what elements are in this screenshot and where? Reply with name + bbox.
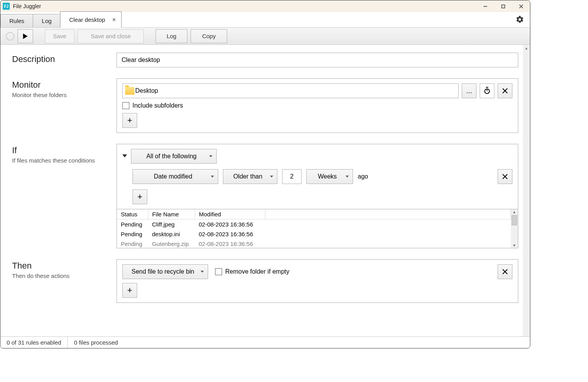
- condition-op-select[interactable]: Older than: [223, 169, 277, 184]
- svg-rect-5: [486, 87, 488, 88]
- tab-log-label: Log: [42, 18, 51, 24]
- collapse-toggle[interactable]: [122, 154, 127, 157]
- monitor-label: Monitor: [12, 80, 117, 90]
- description-row: Description: [12, 53, 518, 67]
- add-condition-button[interactable]: +: [132, 189, 147, 204]
- table-scrollbar[interactable]: ▴ ▾: [511, 209, 518, 248]
- action-select[interactable]: Send file to recycle bin: [122, 264, 208, 279]
- vertical-scrollbar[interactable]: ▴: [523, 45, 530, 336]
- condition-op-label: Older than: [233, 173, 263, 180]
- stopwatch-icon: [483, 87, 491, 95]
- log-button-label: Log: [167, 33, 177, 39]
- col-modified[interactable]: Modified: [195, 209, 265, 219]
- browse-label: ...: [466, 87, 472, 95]
- tab-log[interactable]: Log: [33, 14, 60, 27]
- action-select-label: Send file to recycle bin: [132, 268, 194, 275]
- copy-button[interactable]: Copy: [191, 29, 227, 43]
- close-window-button[interactable]: [512, 0, 530, 12]
- remove-empty-checkbox[interactable]: [215, 268, 222, 275]
- tab-strip: Rules Log Clear desktop ×: [0, 12, 530, 28]
- status-indicator-icon: [6, 32, 14, 41]
- save-button[interactable]: Save: [45, 29, 74, 43]
- remove-monitor-button[interactable]: [498, 83, 512, 98]
- settings-button[interactable]: [512, 12, 528, 27]
- close-icon: [502, 88, 508, 94]
- condition-value-input[interactable]: 2: [282, 169, 302, 184]
- scroll-up-icon: ▴: [513, 209, 516, 214]
- then-sublabel: Then do these actions: [12, 272, 117, 279]
- monitor-sublabel: Monitor these folders: [12, 92, 117, 98]
- if-panel: All of the following Date modified Older…: [117, 144, 518, 209]
- close-icon: [502, 269, 508, 274]
- tab-rules[interactable]: Rules: [0, 14, 33, 27]
- if-label: If: [12, 145, 117, 156]
- folder-icon: [125, 87, 134, 95]
- toolbar: Save Save and close Log Copy: [0, 28, 530, 45]
- include-subfolders-checkbox[interactable]: [122, 102, 129, 109]
- monitor-panel: Desktop ... Include su: [117, 78, 518, 133]
- condition-unit-label: Weeks: [318, 173, 337, 180]
- description-input[interactable]: [117, 53, 518, 67]
- col-status[interactable]: Status: [117, 209, 148, 219]
- svg-rect-8: [487, 89, 487, 91]
- then-panel: Send file to recycle bin Remove folder i…: [117, 259, 518, 303]
- close-icon: [502, 174, 508, 179]
- table-row[interactable]: Pending Gutenberg.zip 02-08-2023 16:36:5…: [117, 239, 511, 248]
- scroll-thumb[interactable]: [512, 215, 517, 225]
- tab-close-icon[interactable]: ×: [112, 16, 116, 23]
- save-and-close-label: Save and close: [91, 33, 131, 39]
- then-row: Then Then do these actions Send file to …: [12, 259, 518, 303]
- table-row[interactable]: Pending desktop.ini 02-08-2023 16:36:56: [117, 229, 511, 239]
- monitor-folder-input[interactable]: Desktop: [122, 83, 459, 98]
- if-row: If If files matches these conditions All…: [12, 144, 518, 248]
- svg-rect-1: [501, 5, 505, 8]
- add-action-button[interactable]: +: [122, 283, 137, 298]
- remove-empty-label: Remove folder if empty: [225, 268, 290, 275]
- copy-button-label: Copy: [202, 33, 216, 39]
- matches-table: Status File Name Modified Pending: [117, 209, 518, 248]
- condition-unit-select[interactable]: Weeks: [306, 169, 353, 184]
- browse-folder-button[interactable]: ...: [462, 83, 477, 98]
- plus-icon: +: [138, 192, 143, 202]
- combine-mode-select[interactable]: All of the following: [131, 149, 217, 164]
- monitor-schedule-button[interactable]: [480, 83, 494, 98]
- minimize-button[interactable]: [476, 0, 494, 12]
- gear-icon: [516, 15, 524, 24]
- condition-row: Date modified Older than 2 Weeks ago: [132, 169, 512, 184]
- remove-action-button[interactable]: [498, 264, 512, 279]
- condition-value-label: 2: [290, 173, 294, 180]
- col-file[interactable]: File Name: [148, 209, 195, 219]
- tab-rules-label: Rules: [9, 18, 24, 24]
- status-rules: 0 of 31 rules enabled: [0, 337, 68, 348]
- save-button-label: Save: [53, 33, 66, 39]
- plus-icon: +: [127, 115, 132, 126]
- table-row[interactable]: Pending Cliff.jpeg 02-08-2023 16:36:56: [117, 219, 511, 230]
- editor-body: ▴ Description Monitor Monitor these fold…: [0, 45, 530, 336]
- include-subfolders-label: Include subfolders: [132, 102, 183, 109]
- then-label: Then: [12, 261, 117, 271]
- svg-marker-4: [23, 34, 28, 39]
- combine-mode-label: All of the following: [147, 153, 197, 160]
- plus-icon: +: [127, 285, 132, 295]
- maximize-button[interactable]: [494, 0, 512, 12]
- run-button[interactable]: [18, 29, 33, 43]
- app-window: FJ File Juggler Rules Log Clear desktop …: [0, 0, 530, 348]
- titlebar: FJ File Juggler: [0, 0, 530, 12]
- if-sublabel: If files matches these conditions: [12, 157, 117, 164]
- scroll-up-icon: ▴: [525, 45, 528, 51]
- condition-suffix-label: ago: [358, 173, 368, 180]
- save-and-close-button[interactable]: Save and close: [78, 29, 144, 43]
- description-label: Description: [12, 54, 117, 64]
- monitor-row: Monitor Monitor these folders Desktop ..…: [12, 78, 518, 133]
- tab-clear-desktop-label: Clear desktop: [69, 16, 105, 23]
- condition-field-select[interactable]: Date modified: [132, 169, 218, 184]
- add-monitor-button[interactable]: +: [122, 113, 137, 128]
- tab-clear-desktop[interactable]: Clear desktop ×: [60, 11, 122, 28]
- play-icon: [23, 34, 28, 39]
- remove-condition-button[interactable]: [498, 169, 512, 184]
- condition-field-label: Date modified: [154, 173, 192, 180]
- app-icon: FJ: [3, 3, 10, 10]
- status-bar: 0 of 31 rules enabled 0 files processed: [0, 336, 530, 348]
- scroll-down-icon: ▾: [513, 243, 516, 248]
- log-button[interactable]: Log: [155, 29, 187, 43]
